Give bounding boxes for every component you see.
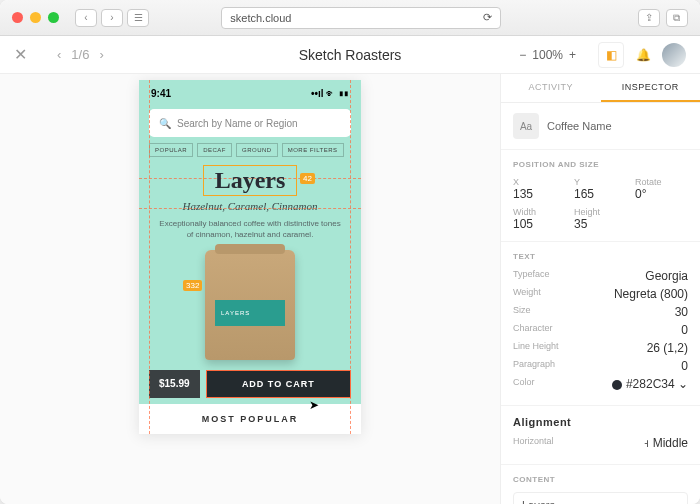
zoom-in-button[interactable]: +	[569, 48, 576, 62]
product-image: LAYERS	[205, 250, 295, 360]
coffee-subtitle: Hazelnut, Caramel, Cinnamon	[139, 200, 361, 212]
text-section: TEXT TypefaceGeorgia WeightNegreta (800)…	[501, 242, 700, 406]
position-section: POSITION AND SIZE X135 Y165 Rotate0° Wid…	[501, 150, 700, 242]
artboard: 9:41 ••ıl ᯤ ▮▮ 🔍 Search by Name or Regio…	[139, 80, 361, 434]
cursor-icon: ➤	[309, 398, 319, 412]
sidebar-button[interactable]: ☰	[127, 9, 149, 27]
tab-activity[interactable]: ACTIVITY	[501, 74, 601, 102]
rotate-value[interactable]: 0°	[635, 187, 688, 201]
price-label[interactable]: $15.99	[149, 370, 200, 398]
status-time: 9:41	[151, 88, 171, 99]
price-row: $15.99 ADD TO CART	[149, 370, 351, 398]
browser-nav: ‹ › ☰	[75, 9, 149, 27]
filter-ground[interactable]: GROUND	[236, 143, 278, 157]
color-label: Color	[513, 377, 535, 391]
content-value[interactable]: Layers	[513, 492, 688, 504]
guide-horizontal	[139, 208, 361, 209]
reload-icon[interactable]: ⟳	[483, 11, 492, 24]
share-button[interactable]: ⇪	[638, 9, 660, 27]
weight-value[interactable]: Negreta (800)	[614, 287, 688, 301]
lineheight-label: Line Height	[513, 341, 559, 355]
height-label: Height	[574, 207, 627, 217]
main-area: 9:41 ••ıl ᯤ ▮▮ 🔍 Search by Name or Regio…	[0, 74, 700, 504]
paragraph-label: Paragraph	[513, 359, 555, 373]
maximize-window-button[interactable]	[48, 12, 59, 23]
section-title: POSITION AND SIZE	[513, 160, 688, 169]
character-value[interactable]: 0	[681, 323, 688, 337]
search-field[interactable]: 🔍 Search by Name or Region	[149, 109, 351, 137]
inspector-toggle[interactable]: ◧	[598, 42, 624, 68]
close-window-button[interactable]	[12, 12, 23, 23]
lineheight-value[interactable]: 26 (1,2)	[647, 341, 688, 355]
app-header: ✕ ‹ 1/6 › Sketch Roasters − 100% + ◧ 🔔	[0, 36, 700, 74]
filter-row: POPULAR DECAF GROUND MORE FILTERS	[149, 143, 351, 157]
zoom-level: 100%	[532, 48, 563, 62]
notifications-icon[interactable]: 🔔	[630, 42, 656, 68]
y-value[interactable]: 165	[574, 187, 627, 201]
width-value[interactable]: 105	[513, 217, 566, 231]
selection-name: Coffee Name	[547, 120, 612, 132]
section-title: CONTENT	[513, 475, 688, 484]
tab-inspector[interactable]: INSPECTOR	[601, 74, 701, 102]
zoom-out-button[interactable]: −	[519, 48, 526, 62]
minimize-window-button[interactable]	[30, 12, 41, 23]
section-title: TEXT	[513, 252, 688, 261]
bag-label: LAYERS	[215, 300, 285, 326]
back-button[interactable]: ‹	[75, 9, 97, 27]
size-value[interactable]: 30	[675, 305, 688, 319]
close-button[interactable]: ✕	[14, 45, 27, 64]
x-value[interactable]: 135	[513, 187, 566, 201]
coffee-description: Exceptionally balanced coffee with disti…	[159, 218, 341, 240]
pager: ‹ 1/6 ›	[57, 47, 104, 62]
canvas[interactable]: 9:41 ••ıl ᯤ ▮▮ 🔍 Search by Name or Regio…	[0, 74, 500, 504]
next-page-button[interactable]: ›	[99, 47, 103, 62]
url-bar[interactable]: sketch.cloud ⟳	[221, 7, 501, 29]
typeface-value[interactable]: Georgia	[645, 269, 688, 283]
traffic-lights	[12, 12, 59, 23]
filter-decaf[interactable]: DECAF	[197, 143, 232, 157]
selection-outline	[203, 165, 297, 196]
app-window: ‹ › ☰ sketch.cloud ⟳ ⇪ ⧉ ✕ ‹ 1/6 › Sketc…	[0, 0, 700, 504]
prev-page-button[interactable]: ‹	[57, 47, 61, 62]
height-value[interactable]: 35	[574, 217, 627, 231]
phone-status-bar: 9:41 ••ıl ᯤ ▮▮	[139, 80, 361, 105]
selection-header: Aa Coffee Name	[501, 103, 700, 150]
weight-label: Weight	[513, 287, 541, 301]
x-label: X	[513, 177, 566, 187]
layer-type-chip: Aa	[513, 113, 539, 139]
measure-badge: 42	[300, 173, 315, 184]
typeface-label: Typeface	[513, 269, 550, 283]
size-label: Size	[513, 305, 531, 319]
alignment-section: Alignment Horizontal⫞ Middle	[501, 406, 700, 465]
selected-layer[interactable]: Layers 42	[149, 167, 351, 194]
forward-button[interactable]: ›	[101, 9, 123, 27]
content-section: CONTENT Layers	[501, 465, 700, 504]
status-icons: ••ıl ᯤ ▮▮	[311, 88, 349, 99]
measure-badge: 332	[183, 280, 202, 291]
character-label: Character	[513, 323, 553, 337]
avatar[interactable]	[662, 43, 686, 67]
paragraph-value[interactable]: 0	[681, 359, 688, 373]
page-indicator: 1/6	[71, 47, 89, 62]
rotate-label: Rotate	[635, 177, 688, 187]
inspector-tabs: ACTIVITY INSPECTOR	[501, 74, 700, 103]
url-text: sketch.cloud	[230, 12, 291, 24]
search-icon: 🔍	[159, 118, 171, 129]
tabs-button[interactable]: ⧉	[666, 9, 688, 27]
halign-label: Horizontal	[513, 436, 554, 450]
halign-value[interactable]: ⫞ Middle	[643, 436, 688, 450]
filter-popular[interactable]: POPULAR	[149, 143, 193, 157]
section-title: Alignment	[513, 416, 688, 428]
color-swatch	[612, 380, 622, 390]
search-placeholder: Search by Name or Region	[177, 118, 298, 129]
width-label: Width	[513, 207, 566, 217]
browser-chrome: ‹ › ☰ sketch.cloud ⟳ ⇪ ⧉	[0, 0, 700, 36]
section-header: MOST POPULAR	[139, 404, 361, 434]
filter-more[interactable]: MORE FILTERS	[282, 143, 344, 157]
add-to-cart-button[interactable]: ADD TO CART	[206, 370, 351, 398]
y-label: Y	[574, 177, 627, 187]
color-value[interactable]: #282C34 ⌄	[612, 377, 688, 391]
inspector-panel: ACTIVITY INSPECTOR Aa Coffee Name POSITI…	[500, 74, 700, 504]
